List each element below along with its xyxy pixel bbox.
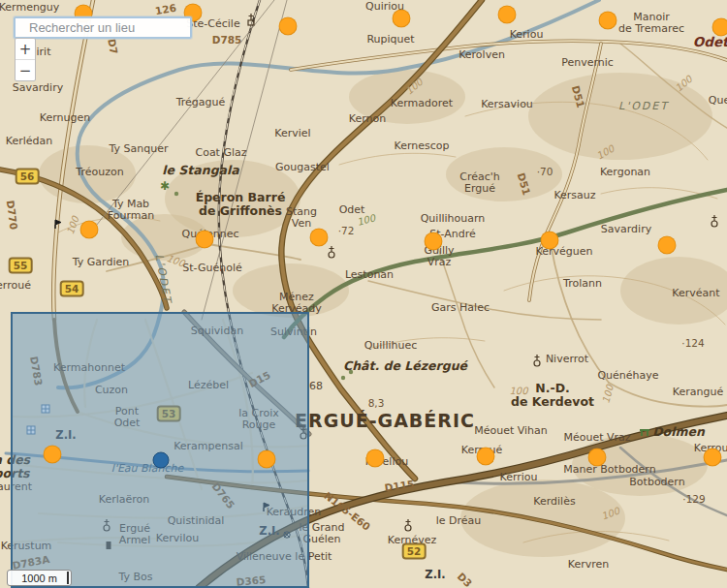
zoom-control: + − [15,38,36,81]
poi-marker[interactable] [712,18,727,37]
poi-marker[interactable] [310,229,329,247]
poi-marker[interactable] [279,17,298,36]
poi-marker[interactable] [258,450,276,469]
scale-bar-label: 1000 m [21,573,57,584]
poi-marker[interactable] [393,10,411,28]
search-input[interactable] [27,19,202,36]
poi-marker[interactable] [541,232,559,250]
poi-marker[interactable] [44,446,62,464]
search-box[interactable] [14,16,192,39]
poi-marker[interactable] [477,448,495,466]
poi-marker[interactable] [599,12,617,30]
poi-marker[interactable] [704,449,722,467]
markers-layer [0,0,727,588]
poi-marker[interactable] [588,449,607,467]
scale-bar-tick [67,572,69,584]
zoom-out-button[interactable]: − [16,60,35,80]
zoom-in-button[interactable]: + [16,39,35,59]
scale-bar: 1000 m [7,570,72,586]
poi-marker[interactable] [425,232,443,251]
poi-marker[interactable] [498,6,517,24]
poi-marker[interactable] [658,236,677,255]
poi-marker[interactable] [196,231,214,249]
poi-marker[interactable] [366,449,385,468]
poi-marker[interactable] [80,221,99,239]
selected-poi-marker[interactable] [153,452,170,469]
map-viewport[interactable]: ✱ Kermenguy126Ste-CécileD785D7iritQuirio… [0,0,727,588]
